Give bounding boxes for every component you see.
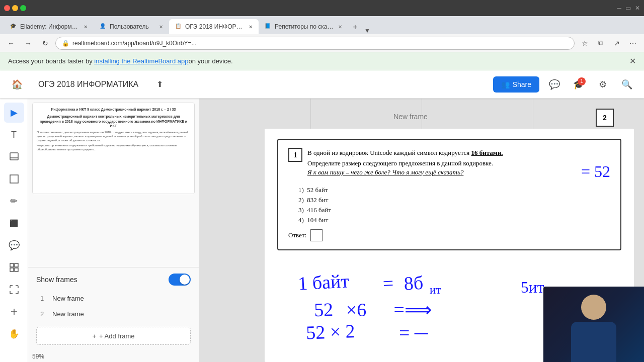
board-title[interactable]: ОГЭ 2018 ИНФОРМАТИКА [32,77,144,92]
comment-tool[interactable]: 💬 [4,235,24,255]
app: 🏠 ОГЭ 2018 ИНФОРМАТИКА ⬆ 👥 Share 💬 🎓 1 ⚙… [0,70,644,362]
problem-sentence: Я к вам пишу – чего же боле? Что я могу … [307,168,463,176]
pen-tool[interactable]: ✏ [4,191,24,211]
fullscreen-tool[interactable] [4,280,24,300]
main-content: ▶ T ✏ ⬛ 💬 ✋ [0,99,644,362]
option-3: 3) 416 байт [298,206,610,214]
svg-text:×6: ×6 [346,299,366,320]
option-2: 2) 832 бит [298,196,610,204]
add-frame-button[interactable]: + + Add frame [36,327,191,345]
problem-highlight: 16 битами. [471,149,503,156]
frames-section: Show frames 1 New frame 2 New frame [28,267,199,351]
frame2-num: 2 [603,114,607,122]
answer-label: Ответ: [288,231,306,239]
thumbnail-content: Информатика и ИКТ 9 класс Демонстрационн… [33,103,194,194]
handwritten-equals-52: = 52 [581,162,610,181]
notification-badge: 1 [578,77,586,85]
svg-text:8б: 8б [404,272,424,294]
tab-close-4[interactable]: ✕ [338,24,342,30]
close-button[interactable] [4,5,10,11]
back-button[interactable]: ← [4,36,18,50]
chat-button-wrap: 💬 [545,75,564,94]
maximize-button[interactable] [20,5,26,11]
home-button[interactable]: 🏠 [8,75,26,94]
upload-button[interactable]: ⬆ [150,75,169,94]
banner-close-button[interactable]: ✕ [629,56,636,66]
select-tool[interactable]: ▶ [4,103,24,123]
zoom-level: 59% [28,351,199,362]
minimize-button[interactable] [12,5,18,11]
window-minimize-icon[interactable]: ─ [617,5,621,12]
menu-icon[interactable]: ⋯ [626,36,640,50]
toggle-thumb [180,275,190,285]
thumbnail-title: Информатика и ИКТ 9 класс Демонстрационн… [37,107,190,112]
panel-sidebar: Информатика и ИКТ 9 класс Демонстрационн… [28,99,199,362]
share-page-icon[interactable]: ↗ [610,36,624,50]
eraser-tool[interactable]: ⬛ [4,213,24,233]
zoom-out-tool[interactable] [4,302,24,322]
search-icon[interactable]: 🔍 [618,75,636,94]
frames-icon [9,262,19,273]
tab-bar: 🎓 Eliademy: Информатика - с... ✕ 👤 Польз… [0,16,644,34]
tab-user[interactable]: 👤 Пользователь ✕ [94,19,169,34]
tab-label-4: Репетиторы по скайпу в Р... [275,23,335,30]
svg-text:52 × 2: 52 × 2 [306,320,356,343]
svg-text:5ит: 5ит [521,279,544,296]
frames-header: Show frames [36,274,191,286]
hand-tool[interactable]: ✋ [4,324,24,344]
forward-button[interactable]: → [21,36,35,50]
tab-favicon-2: 👤 [100,23,107,30]
lock-icon: 🔒 [62,40,69,47]
problem-box: 1 В одной из кодировок Unicode каждый си… [277,139,621,250]
bookmark-star-icon[interactable]: ☆ [578,36,592,50]
frame-label: New frame [393,113,428,121]
frame-num-1: 1 [40,295,48,302]
svg-text:=⟹: =⟹ [394,299,432,320]
share-people-icon: 👥 [501,80,510,88]
extensions-icon[interactable]: ⧉ [594,36,608,50]
tab-oge[interactable]: 📋 ОГЭ 2018 ИНФОРМАТИ... ✕ [169,19,259,34]
svg-text:=: = [382,272,394,294]
frames-tool[interactable] [4,257,24,278]
share-button[interactable]: 👥 Share [493,76,539,93]
tab-close-1[interactable]: ✕ [84,24,88,30]
answer-box[interactable] [310,229,323,241]
window-close-icon[interactable]: ✕ [635,5,640,12]
frame-item-2[interactable]: 2 New frame [36,307,191,321]
tab-favicon-3: 📋 [175,23,182,30]
sticky-tool[interactable] [4,147,24,167]
reload-button[interactable]: ↻ [38,36,52,50]
page-thumbnail[interactable]: Информатика и ИКТ 9 класс Демонстрационн… [32,103,195,194]
problem-text-before: В одной из кодировок Unicode каждый симв… [307,149,471,156]
shape-tool[interactable] [4,169,24,189]
app-toolbar: 🏠 ОГЭ 2018 ИНФОРМАТИКА ⬆ 👥 Share 💬 🎓 1 ⚙… [0,70,644,99]
zoom-icon [9,307,19,317]
answer-row: Ответ: [288,229,610,241]
sticky-icon [9,152,19,162]
thumbnail-body: При ознакомлении с демонстрационным вари… [37,131,190,151]
show-frames-toggle[interactable] [169,274,191,286]
frame-item-1[interactable]: 1 New frame [36,292,191,305]
notifications-icon[interactable]: 🎓 1 [570,75,588,94]
address-bar[interactable]: 🔒 realtimeboard.com/app/board/o9J_k0Oirb… [55,37,575,50]
options-list: 1) 52 байт 2) 832 бит 3) 416 байт 4) 104… [298,186,610,224]
svg-rect-5 [10,268,14,272]
tab-eliademy[interactable]: 🎓 Eliademy: Информатика - с... ✕ [4,19,94,34]
window-restore-icon[interactable]: ▭ [625,5,631,12]
svg-rect-6 [15,268,18,272]
tab-overflow-icon[interactable]: ▼ [364,27,370,34]
text-tool[interactable]: T [4,125,24,145]
settings-icon[interactable]: ⚙ [594,75,612,94]
banner-link[interactable]: installing the RealtimeBoard app [94,57,188,65]
new-tab-button[interactable]: + [348,20,362,34]
tab-close-3[interactable]: ✕ [249,24,253,30]
tab-tutors[interactable]: 📘 Репетиторы по скайпу в Р... ✕ [259,19,348,34]
canvas-area[interactable]: New frame 2 1 В одной из кодировок Unico… [199,99,644,362]
tab-close-2[interactable]: ✕ [159,24,163,30]
svg-text:= ─: = ─ [399,322,429,343]
chat-icon[interactable]: 💬 [545,75,564,94]
svg-text:1 байт: 1 байт [297,270,349,294]
tab-label-3: ОГЭ 2018 ИНФОРМАТИ... [185,23,246,30]
frame-name-1: New frame [52,295,84,302]
access-banner: Access your boards faster by installing … [0,52,644,70]
